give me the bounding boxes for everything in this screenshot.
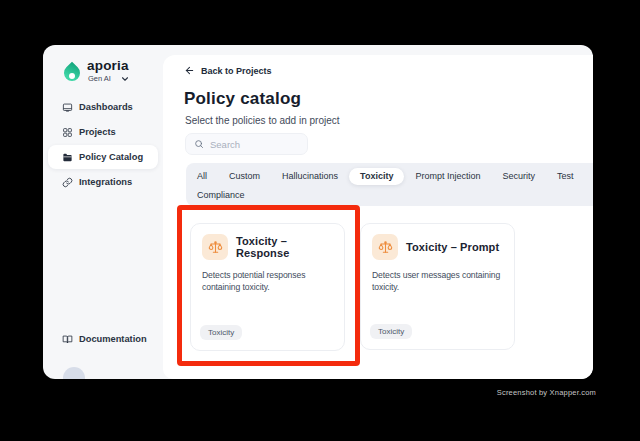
avatar[interactable] bbox=[63, 367, 85, 379]
sidebar-item-label: Dashboards bbox=[79, 102, 133, 112]
policy-card-description: Detects user messages containing toxicit… bbox=[372, 269, 509, 294]
back-link[interactable]: Back to Projects bbox=[184, 65, 272, 76]
tab-compliance[interactable]: Compliance bbox=[186, 187, 256, 204]
sidebar-item-label: Integrations bbox=[79, 177, 132, 187]
page-title: Policy catalog bbox=[184, 89, 301, 109]
sidebar-item-projects[interactable]: Projects bbox=[48, 120, 158, 144]
sidebar: aporia Gen AI Dashboards Projects Policy… bbox=[43, 45, 163, 379]
scales-icon bbox=[372, 234, 398, 260]
main-panel: Back to Projects Policy catalog Select t… bbox=[163, 55, 593, 379]
dashboards-icon bbox=[62, 102, 73, 113]
watermark: Screenshot by Xnapper.com bbox=[497, 388, 596, 397]
tab-test[interactable]: Test bbox=[546, 168, 585, 185]
page-subtitle: Select the policies to add in project bbox=[185, 115, 340, 126]
search-input[interactable] bbox=[210, 139, 299, 150]
chevron-down-icon[interactable] bbox=[120, 74, 130, 84]
aporia-logo-icon bbox=[62, 61, 82, 85]
policy-card-title: Toxicity – Response bbox=[236, 235, 333, 259]
app-window: aporia Gen AI Dashboards Projects Policy… bbox=[43, 45, 593, 379]
scales-icon bbox=[202, 234, 228, 260]
arrow-left-icon bbox=[184, 65, 195, 76]
sidebar-item-label: Projects bbox=[79, 127, 116, 137]
workspace-switcher[interactable]: aporia Gen AI bbox=[62, 58, 158, 90]
sidebar-item-integrations[interactable]: Integrations bbox=[48, 170, 158, 194]
screenshot-canvas: aporia Gen AI Dashboards Projects Policy… bbox=[0, 0, 640, 441]
sidebar-item-label: Policy Catalog bbox=[79, 152, 143, 162]
sidebar-item-policy-catalog[interactable]: Policy Catalog bbox=[48, 145, 158, 169]
book-icon bbox=[62, 334, 73, 345]
policy-card-toxicity-response[interactable]: Toxicity – Response Detects potential re… bbox=[190, 223, 345, 351]
workspace-label: Gen AI bbox=[88, 74, 111, 83]
tab-custom[interactable]: Custom bbox=[218, 168, 271, 185]
policy-card-description: Detects potential responses containing t… bbox=[202, 269, 339, 294]
policy-tag: Toxicity bbox=[200, 325, 242, 340]
sidebar-item-documentation[interactable]: Documentation bbox=[48, 327, 158, 351]
policy-card-title: Toxicity – Prompt bbox=[406, 241, 499, 253]
tab-topics[interactable]: Topics bbox=[584, 168, 593, 185]
folder-icon bbox=[62, 152, 73, 163]
back-link-label: Back to Projects bbox=[201, 66, 272, 76]
projects-grid-icon bbox=[62, 127, 73, 138]
tab-prompt-injection[interactable]: Prompt Injection bbox=[404, 168, 491, 185]
link-icon bbox=[62, 177, 73, 188]
policy-card-toxicity-prompt[interactable]: Toxicity – Prompt Detects user messages … bbox=[360, 223, 515, 350]
sidebar-item-dashboards[interactable]: Dashboards bbox=[48, 95, 158, 119]
brand-name: aporia bbox=[87, 58, 129, 73]
tab-bar: All Custom Hallucinations Toxicity Promp… bbox=[186, 163, 593, 206]
tab-all[interactable]: All bbox=[186, 168, 218, 185]
policy-tag: Toxicity bbox=[370, 324, 412, 339]
tab-hallucinations[interactable]: Hallucinations bbox=[271, 168, 349, 185]
sidebar-item-label: Documentation bbox=[79, 334, 147, 344]
tab-security[interactable]: Security bbox=[491, 168, 546, 185]
search-icon bbox=[194, 139, 204, 149]
tab-toxicity[interactable]: Toxicity bbox=[349, 168, 404, 185]
search-box[interactable] bbox=[185, 133, 308, 155]
